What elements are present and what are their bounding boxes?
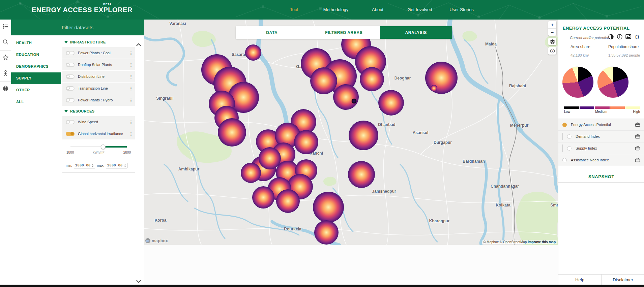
layer-download-icon[interactable] <box>635 134 640 139</box>
attribution-text[interactable]: © Mapbox © OpenStreetMap <box>483 240 527 244</box>
spinner-icon[interactable] <box>124 164 126 167</box>
zoom-out-button[interactable]: − <box>548 28 556 36</box>
improve-map-link[interactable]: Improve this map <box>528 240 556 244</box>
layers-button[interactable] <box>548 38 556 45</box>
disclaimer-button[interactable]: Disclaimer <box>601 275 644 285</box>
nav-item-get-involved[interactable]: Get Involved <box>408 7 432 12</box>
rail-list-button[interactable] <box>0 20 11 35</box>
heatmap-blob <box>349 121 378 150</box>
nav-item-tool[interactable]: Tool <box>290 7 298 12</box>
dataset-toggle[interactable] <box>66 51 75 55</box>
kebab-menu-icon[interactable]: ⋮ <box>129 86 133 91</box>
kebab-menu-icon[interactable]: ⋮ <box>129 120 133 125</box>
mapbox-logo[interactable]: m mapbox <box>145 238 168 243</box>
scale-segment <box>580 106 594 109</box>
kebab-menu-icon[interactable]: ⋮ <box>129 74 133 79</box>
contrast-icon[interactable] <box>608 34 614 39</box>
layer-row-supply-index[interactable]: Supply Index <box>558 142 644 154</box>
map-info-button[interactable]: i <box>548 47 556 55</box>
rail-location-person-button[interactable] <box>0 66 11 82</box>
layer-radio[interactable] <box>562 158 567 162</box>
map-place-label: Varanasi <box>169 21 186 26</box>
dataset-row: Transmission Line⋮ <box>62 83 135 94</box>
layer-download-icon[interactable] <box>635 146 640 151</box>
layer-download-icon[interactable] <box>635 122 640 127</box>
code-braces-icon[interactable]: { } <box>634 34 640 39</box>
section-title: INFRASTRUCTURE <box>70 40 106 44</box>
help-button[interactable]: Help <box>558 275 601 285</box>
kebab-menu-icon[interactable]: ⋮ <box>129 131 133 136</box>
layer-label: Assistance Need Index <box>571 158 635 162</box>
energy-access-explorer-app: ENERGY ACCESS EXPLORER BETA ToolMethodol… <box>0 0 644 287</box>
dataset-toggle[interactable] <box>66 132 75 136</box>
rail-star-button[interactable] <box>0 51 11 66</box>
star-icon <box>3 55 8 62</box>
globe-icon <box>3 86 8 93</box>
info-circle-icon[interactable] <box>617 34 622 39</box>
snapshot-button[interactable]: SNAPSHOT <box>558 171 644 183</box>
tab-data[interactable]: DATA <box>236 26 308 39</box>
category-supply[interactable]: SUPPLY <box>11 72 61 84</box>
category-health[interactable]: HEALTH <box>11 37 61 49</box>
kebab-menu-icon[interactable]: ⋮ <box>129 62 133 67</box>
dataset-label: Global horizontal irradiance <box>78 132 129 136</box>
dataset-toggle[interactable] <box>66 86 75 91</box>
info-icon: i <box>550 49 555 54</box>
map-place-label: Ambikapur <box>178 167 200 171</box>
dataset-label: Transmission Line <box>78 86 129 90</box>
image-export-icon[interactable] <box>625 34 631 39</box>
kebab-menu-icon[interactable]: ⋮ <box>129 51 133 56</box>
dataset-toggle[interactable] <box>66 63 75 67</box>
heatmap-blob <box>294 130 318 154</box>
dataset-toggle[interactable] <box>66 120 75 124</box>
section-header-infrastructure[interactable]: INFRASTRUCTURE <box>62 37 135 47</box>
filter-datasets-input[interactable]: Filter datasets <box>11 20 144 35</box>
category-all[interactable]: ALL <box>11 96 61 108</box>
scroll-up-chevron-icon[interactable] <box>136 42 142 47</box>
zoom-in-button[interactable]: + <box>548 21 556 28</box>
layer-label: Supply Index <box>576 146 635 150</box>
scroll-down-chevron-icon[interactable] <box>136 279 142 284</box>
nav-item-about[interactable]: About <box>372 7 383 12</box>
rail-search-button[interactable] <box>0 35 11 51</box>
layer-label: Demand Index <box>576 134 635 138</box>
max-input[interactable]: 2800.00 <box>106 163 127 168</box>
location-person-icon <box>3 70 8 77</box>
category-education[interactable]: EDUCATION <box>11 49 61 61</box>
slider-handle[interactable] <box>101 145 106 149</box>
category-demographics[interactable]: DEMOGRAPHICS <box>11 61 61 72</box>
category-other[interactable]: OTHER <box>11 84 61 96</box>
map-place-label: Smm <box>550 203 558 208</box>
layer-download-icon[interactable] <box>635 158 640 162</box>
map-canvas[interactable]: VaranasiSasaramKaimur WLSGayaMaldaDeogha… <box>144 20 558 245</box>
tab-filtered-areas[interactable]: FILTERED AREAS <box>308 26 380 39</box>
heatmap-blob <box>431 85 437 92</box>
kebab-menu-icon[interactable]: ⋮ <box>129 98 133 103</box>
min-input[interactable]: 1800.00 <box>74 163 95 168</box>
section-header-resources[interactable]: RESOURCES <box>62 106 135 116</box>
tab-analysis[interactable]: ANALYSIS <box>380 26 452 39</box>
dataset-toggle[interactable] <box>66 98 75 102</box>
nav-item-user-stories[interactable]: User Stories <box>449 7 474 12</box>
layer-row-energy-access-potential[interactable]: Energy Access Potential <box>558 119 644 131</box>
nav-item-methodology[interactable]: Methodology <box>323 7 348 12</box>
dataset-label: Distribution Line <box>78 74 129 78</box>
layer-row-assistance-need-index[interactable]: Assistance Need Index <box>558 154 644 166</box>
min-label: min: <box>66 164 72 167</box>
layer-row-demand-index[interactable]: Demand Index <box>558 131 644 142</box>
layer-radio[interactable] <box>562 123 567 127</box>
dataset-row: Power Plants : Coal⋮ <box>62 47 135 59</box>
layer-radio[interactable] <box>567 134 572 139</box>
section-title: RESOURCES <box>70 109 94 113</box>
search-icon <box>3 39 8 46</box>
rail-globe-button[interactable] <box>0 82 11 97</box>
map-place-label: Rajshahi <box>509 84 526 88</box>
layer-radio[interactable] <box>567 146 572 151</box>
map-place-label: Singrauli <box>156 96 173 101</box>
category-list: HEALTHEDUCATIONDEMOGRAPHICSSUPPLYOTHERAL… <box>11 37 61 108</box>
heatmap-blob <box>314 220 339 245</box>
dataset-toggle[interactable] <box>66 74 75 79</box>
range-slider[interactable] <box>70 145 127 149</box>
spinner-icon[interactable] <box>92 164 94 167</box>
top-header: ENERGY ACCESS EXPLORER BETA ToolMethodol… <box>0 0 644 20</box>
